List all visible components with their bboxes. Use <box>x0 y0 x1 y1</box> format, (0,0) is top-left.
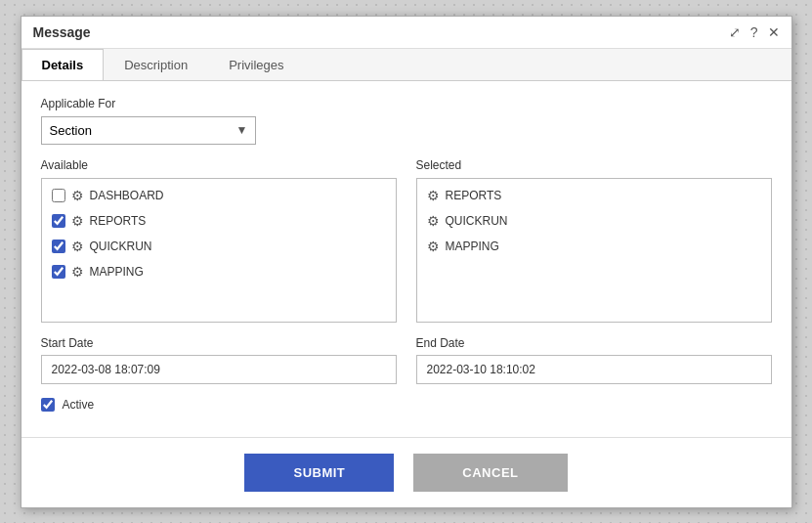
mapping-icon-avail: ⚙ <box>71 264 84 280</box>
tab-description[interactable]: Description <box>104 49 208 80</box>
available-list: ⚙ DASHBOARD ⚙ REPORTS ⚙ QUICKRUN <box>41 178 397 323</box>
active-checkbox[interactable] <box>41 398 55 412</box>
quickrun-icon-sel: ⚙ <box>427 213 440 229</box>
dashboard-icon: ⚙ <box>71 188 84 203</box>
end-date-field: End Date <box>416 336 772 384</box>
close-icon[interactable]: ✕ <box>768 24 780 40</box>
mapping-label-sel: MAPPING <box>446 240 499 253</box>
selected-label: Selected <box>416 158 772 172</box>
list-item: ⚙ MAPPING <box>42 259 396 284</box>
dialog-content: Applicable For Section ▼ Available ⚙ DAS… <box>21 81 791 437</box>
list-item: ⚙ QUICKRUN <box>417 208 771 234</box>
end-date-label: End Date <box>416 336 772 350</box>
mapping-icon-sel: ⚙ <box>427 239 440 254</box>
reports-icon-sel: ⚙ <box>427 188 440 203</box>
quickrun-label-sel: QUICKRUN <box>446 214 508 228</box>
applicable-for-select[interactable]: Section <box>41 116 256 145</box>
list-item: ⚙ DASHBOARD <box>42 183 396 208</box>
submit-button[interactable]: SUBMIT <box>244 454 394 492</box>
cancel-button[interactable]: CANCEL <box>413 454 567 492</box>
applicable-for-label: Applicable For <box>41 97 772 110</box>
available-label: Available <box>41 158 397 172</box>
available-selected-columns: Available ⚙ DASHBOARD ⚙ REPORTS ⚙ <box>41 158 772 323</box>
quickrun-icon-avail: ⚙ <box>71 239 84 254</box>
reports-label-sel: REPORTS <box>446 189 502 202</box>
title-bar-icons: ⤢ ? ✕ <box>729 24 780 40</box>
expand-icon[interactable]: ⤢ <box>729 24 741 40</box>
quickrun-label-avail: QUICKRUN <box>90 240 152 253</box>
reports-icon-avail: ⚙ <box>71 213 84 229</box>
mapping-checkbox[interactable] <box>52 265 65 279</box>
dialog-title: Message <box>33 24 91 40</box>
title-bar: Message ⤢ ? ✕ <box>21 17 791 49</box>
dashboard-checkbox[interactable] <box>52 189 65 202</box>
active-row: Active <box>41 398 772 412</box>
tab-privileges[interactable]: Privileges <box>208 49 304 80</box>
tabs: Details Description Privileges <box>21 49 791 81</box>
dashboard-label: DASHBOARD <box>90 189 164 202</box>
help-icon[interactable]: ? <box>750 24 758 40</box>
list-item: ⚙ MAPPING <box>417 234 771 259</box>
start-date-field: Start Date <box>41 336 397 384</box>
selected-column: Selected ⚙ REPORTS ⚙ QUICKRUN ⚙ MAPPING <box>416 158 772 323</box>
tab-details[interactable]: Details <box>21 49 105 80</box>
active-label: Active <box>63 398 95 412</box>
list-item: ⚙ QUICKRUN <box>42 234 396 259</box>
available-column: Available ⚙ DASHBOARD ⚙ REPORTS ⚙ <box>41 158 397 323</box>
selected-list: ⚙ REPORTS ⚙ QUICKRUN ⚙ MAPPING <box>416 178 772 323</box>
dialog-footer: SUBMIT CANCEL <box>21 437 791 507</box>
quickrun-checkbox[interactable] <box>52 240 65 253</box>
list-item: ⚙ REPORTS <box>42 208 396 234</box>
message-dialog: Message ⤢ ? ✕ Details Description Privil… <box>21 16 792 508</box>
start-date-input[interactable] <box>41 355 397 384</box>
reports-checkbox[interactable] <box>52 214 65 228</box>
date-row: Start Date End Date <box>41 336 772 384</box>
start-date-label: Start Date <box>41 336 397 350</box>
list-item: ⚙ REPORTS <box>417 183 771 208</box>
reports-label-avail: REPORTS <box>90 214 147 228</box>
end-date-input[interactable] <box>416 355 772 384</box>
mapping-label-avail: MAPPING <box>90 265 144 279</box>
applicable-for-select-wrapper: Section ▼ <box>41 116 256 145</box>
